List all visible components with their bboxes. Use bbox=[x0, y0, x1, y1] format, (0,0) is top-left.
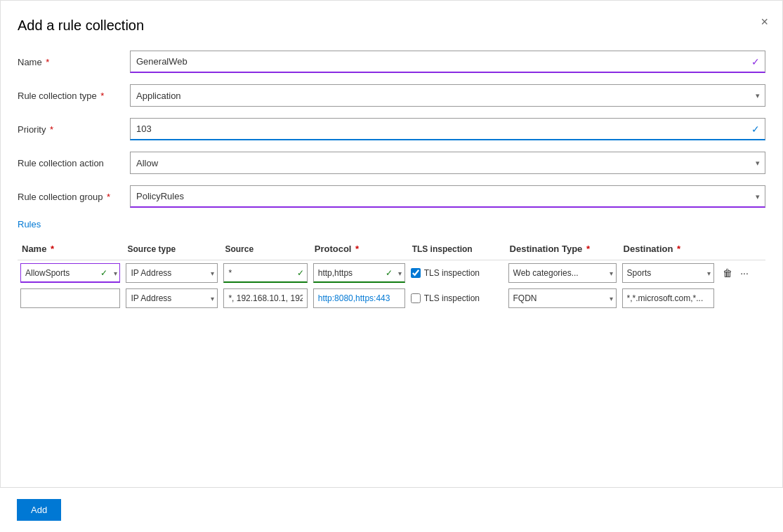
name-row: Name * ✓ bbox=[18, 51, 765, 73]
rule-collection-type-label: Rule collection type * bbox=[18, 91, 130, 101]
row1-tls-cell: TLS inspection bbox=[408, 260, 506, 286]
priority-input-wrapper: ✓ bbox=[130, 118, 765, 140]
col-header-source-type: Source type bbox=[123, 241, 221, 260]
row1-source-type-select[interactable]: IP Address bbox=[126, 263, 218, 283]
rule-collection-action-select[interactable]: Allow Deny bbox=[130, 152, 765, 174]
rule-collection-action-select-wrapper: Allow Deny ▾ bbox=[130, 152, 765, 174]
row1-actions-cell: 🗑 ··· bbox=[717, 260, 766, 286]
name-check-icon: ✓ bbox=[751, 56, 760, 67]
row1-source-select-wrapper: * ✓ bbox=[223, 263, 307, 283]
row1-destination-type-select-wrapper: Web categories... FQDN URL ▾ bbox=[508, 263, 617, 283]
row2-name-cell bbox=[18, 286, 123, 311]
col-header-destination-type: Destination Type * bbox=[506, 241, 619, 260]
rule-collection-group-label: Rule collection group * bbox=[18, 192, 130, 202]
row2-tls-wrapper: TLS inspection bbox=[411, 293, 503, 303]
row1-destination-type-select[interactable]: Web categories... FQDN URL bbox=[508, 263, 617, 283]
col-header-protocol: Protocol * bbox=[310, 241, 408, 260]
priority-input[interactable] bbox=[130, 118, 765, 140]
row2-tls-label: TLS inspection bbox=[424, 293, 480, 303]
row2-destination-type-select-wrapper: FQDN Web categories... URL ▾ bbox=[508, 288, 617, 308]
col-header-source: Source bbox=[221, 241, 310, 260]
row1-source-type-select-wrapper: IP Address ▾ bbox=[126, 263, 218, 283]
row1-delete-button[interactable]: 🗑 bbox=[720, 266, 735, 280]
row1-tls-label: TLS inspection bbox=[424, 268, 480, 278]
row1-source-select[interactable]: * bbox=[223, 263, 307, 283]
table-row: IP Address ▾ TLS inspect bbox=[18, 286, 765, 311]
row2-destination-cell bbox=[619, 286, 717, 311]
row1-tls-wrapper: TLS inspection bbox=[411, 268, 503, 278]
row1-destination-type-cell: Web categories... FQDN URL ▾ bbox=[506, 260, 619, 286]
row1-more-button[interactable]: ··· bbox=[737, 266, 751, 280]
row2-protocol-cell bbox=[310, 286, 408, 311]
row2-source-type-select-wrapper: IP Address ▾ bbox=[126, 288, 218, 308]
row1-destination-select[interactable]: Sports bbox=[622, 263, 714, 283]
col-header-destination: Destination * bbox=[619, 241, 717, 260]
name-label: Name * bbox=[18, 57, 130, 67]
rule-collection-type-select[interactable]: Application Network NAT bbox=[130, 84, 765, 107]
row1-destination-select-wrapper: Sports ▾ bbox=[622, 263, 714, 283]
row2-name-input[interactable] bbox=[20, 288, 120, 308]
priority-check-icon: ✓ bbox=[751, 124, 760, 135]
row1-destination-cell: Sports ▾ bbox=[619, 260, 717, 286]
row1-name-cell: AllowSports ✓ ▾ bbox=[18, 260, 123, 286]
close-button[interactable]: × bbox=[761, 15, 768, 29]
row1-source-type-cell: IP Address ▾ bbox=[123, 260, 221, 286]
rule-collection-group-row: Rule collection group * PolicyRules ▾ bbox=[18, 185, 765, 208]
row1-tls-checkbox[interactable] bbox=[411, 268, 421, 278]
col-header-tls: TLS inspection bbox=[408, 241, 506, 260]
dialog-footer: Add bbox=[0, 487, 783, 532]
row2-destination-type-select[interactable]: FQDN Web categories... URL bbox=[508, 288, 617, 308]
row2-source-type-select[interactable]: IP Address bbox=[126, 288, 218, 308]
row2-tls-checkbox[interactable] bbox=[411, 293, 421, 303]
rules-section: Rules Name * Source type Source Protocol… bbox=[18, 219, 765, 311]
row2-protocol-input[interactable] bbox=[313, 288, 405, 308]
row1-name-check-icon: ✓ bbox=[100, 268, 107, 278]
col-header-name: Name * bbox=[18, 241, 123, 260]
add-button[interactable]: Add bbox=[17, 499, 61, 521]
col-header-actions bbox=[717, 241, 766, 260]
rules-section-label: Rules bbox=[18, 219, 765, 230]
rule-collection-action-label: Rule collection action bbox=[18, 158, 130, 168]
row1-source-cell: * ✓ bbox=[221, 260, 310, 286]
row2-tls-cell: TLS inspection bbox=[408, 286, 506, 311]
rule-collection-type-select-wrapper: Application Network NAT ▾ bbox=[130, 84, 765, 107]
table-row: AllowSports ✓ ▾ IP Address ▾ bbox=[18, 260, 765, 286]
row2-actions-cell bbox=[717, 286, 766, 311]
row1-name-select-wrapper: AllowSports ✓ ▾ bbox=[20, 263, 120, 283]
dialog-title: Add a rule collection bbox=[18, 18, 765, 34]
row1-protocol-cell: http,https ✓ ▾ bbox=[310, 260, 408, 286]
rule-collection-action-row: Rule collection action Allow Deny ▾ bbox=[18, 152, 765, 174]
row2-destination-type-cell: FQDN Web categories... URL ▾ bbox=[506, 286, 619, 311]
row2-source-type-cell: IP Address ▾ bbox=[123, 286, 221, 311]
rule-collection-type-row: Rule collection type * Application Netwo… bbox=[18, 84, 765, 107]
rule-collection-group-select[interactable]: PolicyRules bbox=[130, 185, 765, 208]
rules-table: Name * Source type Source Protocol * TLS… bbox=[18, 241, 765, 311]
row2-source-input[interactable] bbox=[223, 288, 307, 308]
name-input-wrapper: ✓ bbox=[130, 51, 765, 73]
row1-protocol-select[interactable]: http,https bbox=[313, 263, 405, 283]
name-input[interactable] bbox=[130, 51, 765, 73]
row1-protocol-select-wrapper: http,https ✓ ▾ bbox=[313, 263, 405, 283]
rule-collection-group-select-wrapper: PolicyRules ▾ bbox=[130, 185, 765, 208]
row2-source-cell bbox=[221, 286, 310, 311]
priority-row: Priority * ✓ bbox=[18, 118, 765, 140]
priority-label: Priority * bbox=[18, 124, 130, 135]
row2-destination-input[interactable] bbox=[622, 288, 714, 308]
add-rule-collection-dialog: Add a rule collection × Name * ✓ Rule co… bbox=[0, 0, 783, 532]
